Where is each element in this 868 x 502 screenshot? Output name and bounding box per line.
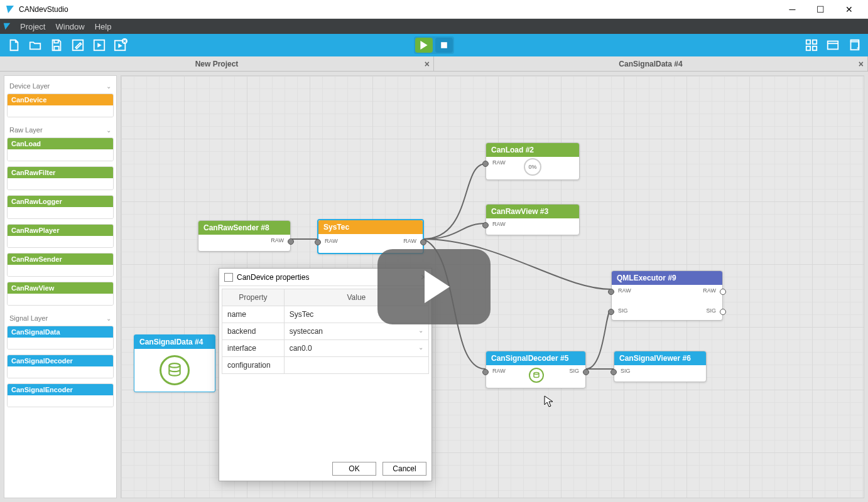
menu-help[interactable]: Help [90, 22, 117, 31]
input-port[interactable] [482, 161, 489, 167]
sidebar-item-label: CanRawSender [8, 254, 113, 265]
sidebar-item-canrawlogger[interactable]: CanRawLogger [7, 195, 114, 219]
node-title: CanRawView #3 [486, 205, 579, 218]
node-cansignalviewer[interactable]: CanSignalViewer #6 SIG [614, 351, 707, 382]
value-cell[interactable] [284, 357, 428, 374]
input-port[interactable] [482, 369, 489, 375]
port-label: RAW [271, 237, 284, 243]
sidebar-item-label: CanSignalEncoder [8, 384, 113, 395]
save-button[interactable] [46, 36, 67, 54]
output-port-raw[interactable] [720, 289, 726, 295]
value-cell[interactable]: can0.0⌄ [284, 340, 428, 357]
value-cell[interactable]: systeccan⌄ [284, 323, 428, 340]
sidebar[interactable]: Device Layer ⌄ CanDevice Raw Layer ⌄ Can… [4, 75, 117, 498]
node-canload[interactable]: CanLoad #2 RAW 0% [486, 142, 580, 180]
video-play-overlay[interactable] [377, 249, 491, 324]
node-title: CanSignalData #4 [134, 335, 215, 349]
output-port[interactable] [583, 369, 589, 375]
maximize-button[interactable]: ☐ [806, 0, 835, 19]
new-file-button[interactable] [4, 36, 24, 54]
sidebar-item-label: CanRawView [8, 282, 113, 294]
sidebar-item-cansignaldecoder[interactable]: CanSignalDecoder [7, 355, 114, 378]
node-canrawsender[interactable]: CanRawSender #8 RAW [198, 220, 291, 252]
edit-button[interactable] [68, 36, 88, 54]
node-title: CanSignalDecoder #5 [486, 351, 585, 365]
mouse-cursor [544, 395, 554, 408]
chevron-down-icon: ⌄ [106, 315, 111, 322]
node-title: CanLoad #2 [486, 143, 579, 157]
database-icon [529, 368, 544, 383]
table-row: backend systeccan⌄ [222, 323, 429, 340]
open-file-button[interactable] [25, 36, 45, 54]
port-label: RAW [492, 221, 506, 227]
output-port[interactable] [420, 239, 426, 245]
input-port[interactable] [610, 369, 617, 375]
grid-view-button[interactable] [801, 36, 822, 54]
minimize-button[interactable]: ─ [778, 0, 806, 19]
input-port-raw[interactable] [608, 289, 614, 295]
sidebar-item-canrawsender[interactable]: CanRawSender [7, 253, 114, 277]
sidebar-item-canrawplayer[interactable]: CanRawPlayer [7, 224, 114, 248]
tab-close-icon[interactable]: × [859, 59, 864, 69]
sidebar-group-raw-layer[interactable]: Raw Layer ⌄ [7, 122, 114, 137]
sidebar-item-canrawfilter[interactable]: CanRawFilter [7, 166, 114, 190]
sidebar-item-label: CanSignalData [8, 326, 113, 338]
svg-point-14 [169, 363, 180, 368]
tab-new-project[interactable]: New Project × [0, 56, 434, 71]
play-button[interactable] [415, 38, 433, 53]
node-title: CanSignalViewer #6 [614, 351, 706, 365]
node-title: CanRawSender #8 [198, 221, 290, 235]
svg-rect-10 [813, 46, 816, 50]
app-icon-small [3, 22, 11, 31]
node-canrawview[interactable]: CanRawView #3 RAW [486, 204, 580, 235]
svg-marker-0 [6, 6, 14, 13]
menu-window[interactable]: Window [50, 22, 89, 31]
port-label: SIG [569, 368, 579, 374]
canvas[interactable]: CanRawSender #8 RAW SysTec RAW RAW CanLo… [121, 76, 864, 498]
input-port[interactable] [482, 222, 489, 228]
tab-close-icon[interactable]: × [425, 59, 430, 69]
svg-rect-8 [813, 40, 816, 44]
toolbar [0, 34, 868, 56]
playback-controls [414, 36, 454, 54]
table-header-property: Property [222, 289, 285, 306]
close-button[interactable]: ✕ [835, 0, 863, 19]
ok-button[interactable]: OK [332, 462, 376, 476]
dialog-title: CanDevice properties [237, 273, 309, 282]
input-port-sig[interactable] [608, 309, 614, 315]
sidebar-item-label: CanRawLogger [8, 196, 113, 207]
port-label: SIG [618, 307, 628, 314]
output-port[interactable] [288, 238, 294, 245]
tab-cansignaldata[interactable]: CanSignalData #4 × [434, 56, 868, 71]
run-button[interactable] [89, 36, 109, 54]
run-close-button[interactable] [111, 36, 131, 54]
output-port-sig[interactable] [720, 309, 726, 315]
table-row: configuration [222, 357, 429, 374]
tab-label: New Project [195, 60, 239, 68]
port-label: RAW [618, 287, 631, 294]
canvas-wrap: CanRawSender #8 RAW SysTec RAW RAW CanLo… [121, 75, 864, 498]
sidebar-item-cansignalencoder[interactable]: CanSignalEncoder [7, 383, 114, 407]
prop-cell: name [222, 306, 285, 323]
sidebar-group-signal-layer[interactable]: Signal Layer ⌄ [7, 311, 114, 326]
node-cansignaldecoder[interactable]: CanSignalDecoder #5 RAW SIG [486, 351, 586, 388]
node-qmlexecutor[interactable]: QMLExecutor #9 RAW RAW SIG SIG [611, 270, 723, 321]
sidebar-item-canrawview[interactable]: CanRawView [7, 282, 114, 306]
sidebar-group-device-layer[interactable]: Device Layer ⌄ [7, 78, 114, 93]
node-title: QMLExecutor #9 [612, 271, 722, 285]
node-cansignaldata[interactable]: CanSignalData #4 [134, 334, 215, 392]
titlebar: CANdevStudio ─ ☐ ✕ [0, 0, 868, 19]
sidebar-item-canload[interactable]: CanLoad [7, 137, 114, 161]
stop-button[interactable] [435, 38, 453, 53]
input-port[interactable] [315, 239, 321, 245]
sidebar-item-cansignaldata[interactable]: CanSignalData [7, 326, 114, 350]
chevron-down-icon[interactable]: ⌄ [418, 327, 423, 334]
play-icon [425, 270, 450, 303]
stack-view-button[interactable] [844, 36, 864, 54]
menu-project[interactable]: Project [15, 22, 50, 31]
cancel-button[interactable]: Cancel [382, 462, 426, 476]
percentage-badge: 0% [524, 158, 541, 176]
window-view-button[interactable] [823, 36, 843, 54]
sidebar-item-candevice[interactable]: CanDevice [7, 93, 114, 117]
chevron-down-icon[interactable]: ⌄ [418, 344, 423, 351]
